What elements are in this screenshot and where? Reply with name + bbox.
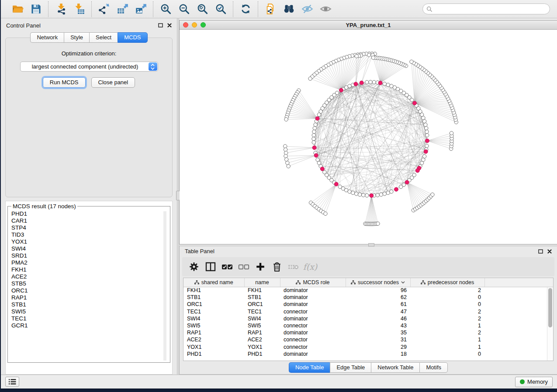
column-header-predecessor-nodes[interactable]: predecessor nodes	[410, 278, 484, 287]
graph-node[interactable]	[424, 123, 427, 127]
float-panel-icon[interactable]	[158, 23, 163, 28]
table-cell[interactable]: 96	[346, 287, 410, 294]
column-header-name[interactable]: name	[244, 278, 280, 287]
table-row[interactable]: STB1STB1dominator620	[183, 294, 553, 301]
table-cell[interactable]: FKH1	[244, 287, 280, 294]
table-cell[interactable]: connector	[280, 344, 346, 351]
tab-style[interactable]: Style	[64, 32, 89, 43]
table-cell[interactable]: dominator	[280, 287, 346, 294]
table-cell[interactable]: 2	[410, 308, 484, 315]
run-mcds-button[interactable]: Run MCDS	[43, 77, 86, 88]
graph-dominator-node[interactable]	[415, 168, 419, 172]
table-cell[interactable]: SWI5	[244, 322, 280, 329]
first-neighbors-button[interactable]	[281, 2, 297, 16]
graph-dominator-node[interactable]	[370, 194, 374, 198]
graph-node[interactable]	[402, 183, 405, 186]
column-header-mcds-role[interactable]: MCDS role	[280, 278, 346, 287]
result-node-item[interactable]: SRD1	[11, 252, 170, 259]
result-node-item[interactable]: STB5	[11, 280, 170, 287]
open-file-button[interactable]	[10, 2, 25, 16]
table-cell[interactable]: connector	[280, 308, 346, 315]
clone-network-button[interactable]	[263, 2, 278, 16]
horizontal-splitter[interactable]	[179, 244, 557, 246]
graph-leaf-node[interactable]	[431, 193, 434, 196]
graph-node[interactable]	[383, 82, 386, 86]
table-cell[interactable]: 62	[346, 294, 410, 301]
graph-node[interactable]	[355, 192, 358, 196]
graph-dominator-node[interactable]	[314, 154, 318, 158]
result-node-item[interactable]: YOX1	[11, 238, 170, 245]
table-cell[interactable]: dominator	[280, 301, 346, 308]
graph-node[interactable]	[312, 137, 315, 141]
refresh-view-button[interactable]	[238, 2, 253, 16]
show-all-button[interactable]	[318, 2, 333, 16]
table-cell[interactable]: SWI4	[183, 315, 244, 322]
table-cell[interactable]: 1	[410, 336, 484, 343]
tab-motifs[interactable]: Motifs	[419, 362, 448, 373]
graph-leaf-node[interactable]	[286, 161, 289, 165]
result-node-item[interactable]: STP4	[11, 224, 170, 231]
table-cell[interactable]: connector	[280, 336, 346, 343]
graph-leaf-node[interactable]	[450, 131, 453, 135]
table-scrollbar[interactable]	[547, 287, 553, 361]
result-node-item[interactable]: SWI5	[11, 308, 170, 315]
graph-node[interactable]	[379, 193, 383, 196]
table-row[interactable]: YOX1YOX1connector291	[183, 344, 553, 351]
column-header-successor-nodes[interactable]: successor nodes	[346, 278, 410, 287]
horizontal-splitter-grip[interactable]	[368, 243, 374, 247]
graph-dominator-node[interactable]	[394, 187, 398, 191]
table-cell[interactable]: TEC1	[244, 308, 280, 315]
table-cell[interactable]: 2	[410, 287, 484, 294]
graph-node[interactable]	[390, 84, 393, 88]
import-network-file-button[interactable]	[53, 2, 69, 16]
tab-mcds[interactable]: MCDS	[118, 32, 147, 43]
graph-node[interactable]	[314, 123, 317, 127]
table-cell[interactable]: PHD1	[244, 351, 280, 358]
table-cell[interactable]: SWI5	[183, 322, 244, 329]
result-scrollbar[interactable]	[163, 211, 166, 361]
graph-leaf-node[interactable]	[376, 222, 380, 225]
graph-dominator-node[interactable]	[360, 81, 363, 85]
close-panel-button[interactable]: Close panel	[91, 77, 135, 88]
table-row[interactable]: FKH1FKH1dominator962	[183, 287, 553, 294]
table-cell[interactable]: 2	[410, 329, 484, 336]
graph-dominator-node[interactable]	[424, 150, 428, 154]
zoom-out-button[interactable]	[176, 2, 192, 16]
tab-select[interactable]: Select	[89, 32, 118, 43]
search-field[interactable]	[422, 3, 550, 14]
table-cell[interactable]: PHD1	[183, 351, 244, 358]
show-panels-list-button[interactable]	[5, 377, 19, 387]
zoom-selected-button[interactable]	[213, 2, 228, 16]
graph-dominator-node[interactable]	[413, 101, 417, 105]
graph-leaf-node[interactable]	[324, 212, 327, 215]
save-session-button[interactable]	[28, 2, 44, 16]
result-node-item[interactable]: STB1	[11, 301, 170, 308]
deselect-all-rows-button[interactable]	[235, 259, 252, 275]
table-cell[interactable]: YOX1	[244, 344, 280, 351]
export-table-button[interactable]	[114, 2, 130, 16]
float-table-panel-icon[interactable]	[538, 249, 543, 254]
graph-node[interactable]	[422, 155, 426, 158]
graph-node[interactable]	[386, 191, 390, 194]
split-panel-button[interactable]	[202, 259, 219, 275]
graph-leaf-node[interactable]	[355, 54, 358, 58]
graph-node[interactable]	[358, 193, 361, 196]
table-cell[interactable]: ORC1	[183, 301, 244, 308]
table-cell[interactable]: 1	[410, 322, 484, 329]
table-cell[interactable]: STB1	[244, 294, 280, 301]
zoom-in-button[interactable]	[158, 2, 173, 16]
vertical-splitter[interactable]	[177, 18, 179, 375]
table-cell[interactable]: 61	[346, 301, 410, 308]
result-node-item[interactable]: GCR1	[11, 322, 170, 329]
column-header-shared-name[interactable]: shared name	[183, 278, 244, 287]
graph-node[interactable]	[362, 193, 365, 197]
result-node-item[interactable]: ORC1	[11, 287, 170, 294]
graph-node[interactable]	[365, 80, 369, 84]
table-cell[interactable]: 0	[410, 351, 484, 358]
table-cell[interactable]: 43	[346, 322, 410, 329]
table-row[interactable]: SWI4SWI4dominator462	[183, 315, 553, 322]
zoom-fit-content-button[interactable]	[194, 2, 210, 16]
graph-leaf-node[interactable]	[410, 60, 413, 63]
graph-node[interactable]	[383, 192, 386, 196]
table-scrollbar-thumb[interactable]	[548, 288, 552, 327]
